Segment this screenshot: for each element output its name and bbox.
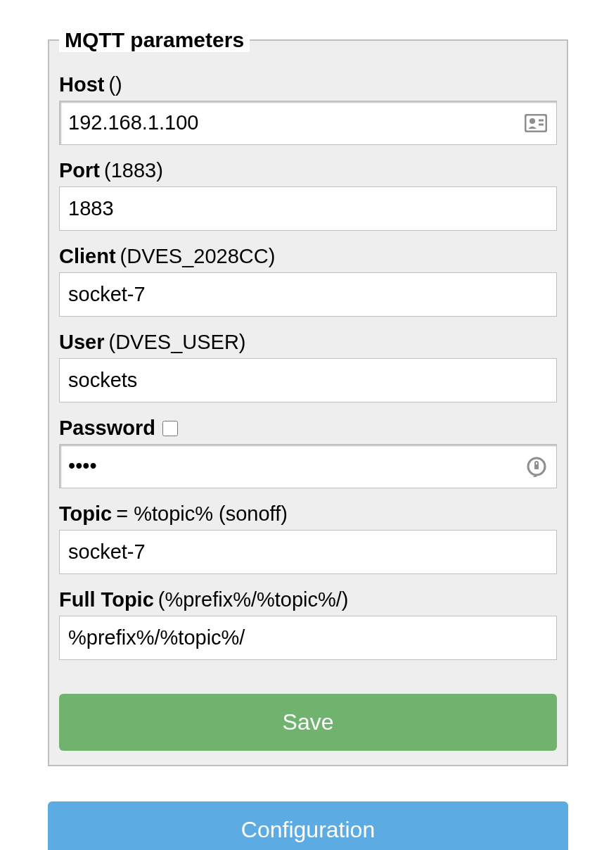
topic-hint: = %topic% (sonoff): [116, 502, 288, 526]
port-field: Port (1883): [59, 159, 557, 231]
topic-field: Topic = %topic% (sonoff): [59, 502, 557, 574]
mqtt-parameters-fieldset: MQTT parameters Host () Port (1883): [48, 28, 568, 766]
password-show-checkbox[interactable]: [162, 421, 178, 436]
client-input[interactable]: [59, 272, 557, 317]
topic-input[interactable]: [59, 530, 557, 574]
fulltopic-field: Full Topic (%prefix%/%topic%/): [59, 588, 557, 660]
host-label: Host: [59, 73, 104, 96]
topic-label: Topic: [59, 502, 112, 526]
password-field: Password: [59, 417, 557, 488]
host-hint: (): [108, 73, 122, 96]
user-hint: (DVES_USER): [109, 331, 246, 354]
host-input[interactable]: [59, 101, 557, 145]
fieldset-legend: MQTT parameters: [59, 28, 250, 52]
client-label: Client: [59, 245, 116, 268]
password-input[interactable]: [59, 444, 557, 488]
fulltopic-hint: (%prefix%/%topic%/): [158, 588, 349, 611]
port-label: Port: [59, 159, 100, 182]
configuration-button[interactable]: Configuration: [48, 801, 568, 850]
fulltopic-input[interactable]: [59, 616, 557, 660]
user-label: User: [59, 331, 105, 354]
client-field: Client (DVES_2028CC): [59, 245, 557, 317]
fulltopic-label: Full Topic: [59, 588, 154, 611]
password-label: Password: [59, 417, 155, 440]
client-hint: (DVES_2028CC): [120, 245, 276, 268]
port-hint: (1883): [104, 159, 163, 182]
save-button[interactable]: Save: [59, 694, 557, 751]
user-field: User (DVES_USER): [59, 331, 557, 402]
user-input[interactable]: [59, 358, 557, 402]
port-input[interactable]: [59, 186, 557, 231]
host-field: Host (): [59, 73, 557, 145]
